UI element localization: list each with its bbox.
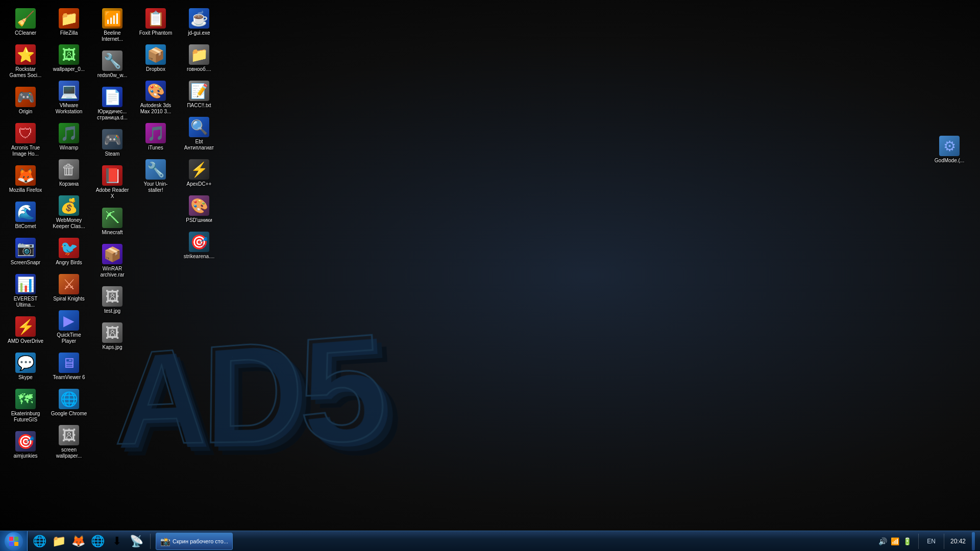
desktop-icon-screensnap[interactable]: 📷 ScreenSnapr: [5, 235, 46, 269]
desktop-icon-angrybirds[interactable]: 🐦 Angry Birds: [48, 235, 89, 269]
taskbar-firefox-icon[interactable]: 🦊: [69, 532, 87, 550]
desktop-icon-beeline[interactable]: 📶 Beeline Internet...: [92, 5, 133, 45]
desktop-icon-skype[interactable]: 💬 Skype: [5, 349, 46, 384]
taskbar-quicklaunch: 🌐 📁 🦊 🌐 ⬇ 📡: [28, 531, 148, 551]
desktop-icon-pacc[interactable]: 📝 ПАCС!!.txt: [179, 78, 219, 112]
word-label: Юридичес... страница.d...: [94, 109, 131, 121]
desktop-icon-adobe[interactable]: 📕 Adobe Reader X: [92, 162, 133, 203]
systray-volume-icon[interactable]: 🔊: [877, 536, 888, 546]
desktop-icon-winamp[interactable]: 🎵 Winamp: [48, 120, 89, 154]
amd-icon: ⚡: [15, 316, 36, 337]
desktop-icon-govno[interactable]: 📁 говнооб....: [179, 41, 219, 76]
desktop-icon-redsn0w[interactable]: 🔧 redsn0w_w...: [92, 47, 133, 82]
desktop-icon-spiral[interactable]: ⚔ Spiral Knights: [48, 271, 89, 305]
desktop-icon-autodesk[interactable]: 🎨 Autodesk 3ds Max 2010 3...: [135, 78, 176, 118]
desktop-icon-minecraft[interactable]: ⛏ Minecraft: [92, 205, 133, 239]
dropbox-label: Dropbox: [146, 66, 165, 72]
taskbar-ie-icon[interactable]: 🌐: [30, 532, 48, 550]
ebt-label: Еbt Антиплагиат: [181, 139, 217, 151]
system-clock[interactable]: 20:42: [950, 538, 966, 545]
desktop-icon-kaps[interactable]: 🖼 Kaps.jpg: [92, 319, 133, 354]
desktop-icon-ekaterinburg[interactable]: 🗺 Ekaterinburg FutureGIS: [5, 386, 46, 426]
desktop-icon-jd[interactable]: ☕ jd-gui.exe: [179, 5, 219, 39]
acronis-label: Acronis True Image Ho...: [7, 145, 44, 157]
desktop-icon-vmware[interactable]: 💻 VMware Workstation: [48, 78, 89, 118]
taskbar-ie2-icon[interactable]: 🌐: [88, 532, 107, 550]
korzina-label: Корзина: [59, 181, 79, 187]
icon-column-1: 🧹 CCleaner ⭐ Rockstar Games Soci... 🎮 Or…: [4, 4, 47, 527]
mozilla-label: Mozilla Firefox: [9, 187, 42, 193]
desktop-icon-ebt[interactable]: 🔍 Еbt Антиплагиат: [179, 114, 219, 154]
desktop-icon-acronis[interactable]: 🛡 Acronis True Image Ho...: [5, 120, 46, 160]
desktop-icon-quicktime[interactable]: ▶ QuickTime Player: [48, 307, 89, 347]
aimjunkies-icon: 🎯: [15, 431, 36, 452]
desktop-icon-webmoney[interactable]: 💰 WebMoney Keeper Clas...: [48, 192, 89, 233]
acronis-icon: 🛡: [15, 123, 36, 143]
rockstar-icon: ⭐: [15, 44, 36, 65]
beeline-icon: 📶: [102, 8, 122, 29]
desktop-icon-uninstaller[interactable]: 🔧 Your Unin-staller!: [135, 156, 176, 196]
icon-column-3: 📶 Beeline Internet... 🔧 redsn0w_w... 📄 Ю…: [91, 4, 134, 527]
screenwallpaper-icon: 🖼: [59, 425, 79, 445]
active-app-label: Скрин рабочего сто...: [173, 538, 228, 544]
desktop-icon-godmode[interactable]: ⚙ GodMode.(...: [929, 133, 970, 167]
active-app-icon: 📸: [160, 537, 169, 546]
desktop-icon-testjpg[interactable]: 🖼 test.jpg: [92, 283, 133, 317]
desktop-icon-psd[interactable]: 🎨 PSD'шники: [179, 192, 219, 227]
taskbar-network-icon[interactable]: 📡: [127, 532, 145, 550]
icon-column-5: ☕ jd-gui.exe 📁 говнооб.... 📝 ПАCС!!.txt …: [178, 4, 221, 527]
desktop-icon-rockstar[interactable]: ⭐ Rockstar Games Soci...: [5, 41, 46, 82]
systray-icons: 🔊 📶 🔋: [877, 536, 912, 546]
winrar-icon: 📦: [102, 244, 122, 264]
desktop-icon-steam[interactable]: 🎮 Steam: [92, 126, 133, 160]
desktop-icon-teamviewer[interactable]: 🖥 TeamViewer 6: [48, 349, 89, 384]
desktop-icon-aimjunkies[interactable]: 🎯 aimjunkies: [5, 428, 46, 462]
svg-rect-0: [9, 537, 13, 541]
desktop-icon-origin[interactable]: 🎮 Origin: [5, 84, 46, 118]
windows-logo-icon: [8, 536, 19, 547]
desktop-icon-itunes[interactable]: 🎵 iTunes: [135, 120, 176, 154]
adobe-label: Adobe Reader X: [94, 187, 131, 199]
start-button[interactable]: [0, 531, 28, 552]
desktop-icon-foxit[interactable]: 📋 Foxit Phantom: [135, 5, 176, 39]
taskbar-download-icon[interactable]: ⬇: [108, 532, 126, 550]
taskbar-active-app[interactable]: 📸 Скрин рабочего сто...: [156, 533, 233, 550]
desktop-icon-bitcomet[interactable]: 🌊 BitComet: [5, 198, 46, 233]
angrybirds-label: Angry Birds: [56, 260, 82, 266]
steam-label: Steam: [105, 151, 120, 157]
desktop-icon-strike[interactable]: 🎯 strikearena....: [179, 229, 219, 263]
taskbar-explorer-icon[interactable]: 📁: [50, 532, 68, 550]
desktop-icon-mozilla[interactable]: 🦊 Mozilla Firefox: [5, 162, 46, 196]
filezilla-label: FileZilla: [60, 30, 78, 36]
origin-label: Origin: [19, 109, 33, 115]
jd-icon: ☕: [189, 8, 209, 29]
desktop-icon-wallpaper[interactable]: 🖼 wallpaper_0...: [48, 41, 89, 76]
godmode-label: GodMode.(...: [935, 158, 964, 164]
desktop-icon-dropbox[interactable]: 📦 Dropbox: [135, 41, 176, 76]
govno-icon: 📁: [189, 44, 209, 65]
desktop-icon-filezilla[interactable]: 📁 FileZilla: [48, 5, 89, 39]
show-desktop-button[interactable]: [972, 532, 975, 550]
desktop-icon-everest[interactable]: 📊 EVEREST Ultima...: [5, 271, 46, 311]
systray-power-icon[interactable]: 🔋: [902, 536, 912, 546]
desktop-icon-ccleaner[interactable]: 🧹 CCleaner: [5, 5, 46, 39]
strike-label: strikearena....: [184, 254, 215, 260]
taskbar-systray: 🔊 📶 🔋 EN 20:42: [872, 531, 980, 551]
desktop-icon-googlechrome[interactable]: 🌐 Google Chrome: [48, 386, 89, 420]
desktop-icon-word[interactable]: 📄 Юридичес... страница.d...: [92, 84, 133, 124]
desktop-icon-amd[interactable]: ⚡ AMD OverDrive: [5, 313, 46, 347]
spiral-icon: ⚔: [59, 274, 79, 294]
taskbar: 🌐 📁 🦊 🌐 ⬇ 📡 📸 Скрин рабочего сто... 🔊 📶 …: [0, 531, 980, 551]
ekaterinburg-label: Ekaterinburg FutureGIS: [7, 411, 44, 423]
language-indicator[interactable]: EN: [925, 537, 938, 546]
desktop-icon-korzina[interactable]: 🗑 Корзина: [48, 156, 89, 190]
everest-label: EVEREST Ultima...: [7, 296, 44, 308]
vmware-icon: 💻: [59, 81, 79, 101]
desktop-icon-winrar[interactable]: 📦 WinRAR archive.rar: [92, 241, 133, 281]
desktop-icon-screenwallpaper[interactable]: 🖼 screen wallpaper...: [48, 422, 89, 462]
desktop-icon-apexdc[interactable]: ⚡ ApexDC++: [179, 156, 219, 190]
korzina-icon: 🗑: [59, 159, 79, 180]
word-icon: 📄: [102, 87, 122, 107]
systray-network-icon[interactable]: 📶: [890, 536, 900, 546]
winamp-icon: 🎵: [59, 123, 79, 143]
